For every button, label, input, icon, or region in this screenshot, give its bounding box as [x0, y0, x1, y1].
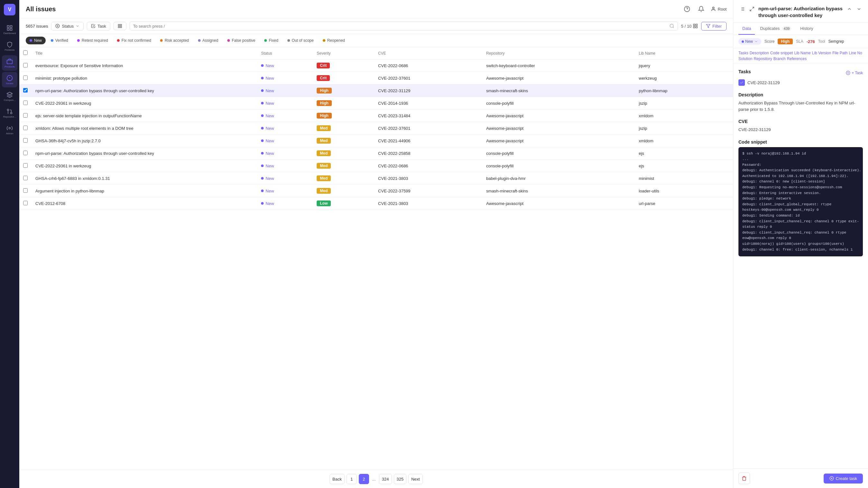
table-row[interactable]: minimist: prototype pollution New Crit C… — [19, 72, 733, 85]
main-content: All issues Root 5657 issues Status Task — [19, 0, 733, 488]
row-checkbox[interactable] — [23, 126, 28, 130]
user-name: Root — [718, 7, 726, 11]
delete-button[interactable] — [739, 473, 750, 484]
panel-list-icon[interactable] — [739, 5, 746, 13]
sidebar-item-issues[interactable]: Issues — [2, 72, 18, 87]
row-checkbox[interactable] — [23, 88, 28, 93]
table-row[interactable]: GHSA-crh6-fp67-6883 in xmldom:0.1.31 New… — [19, 172, 733, 185]
row-checkbox[interactable] — [23, 151, 28, 155]
row-checkbox[interactable] — [23, 188, 28, 193]
row-checkbox[interactable] — [23, 101, 28, 105]
tab-false-positive[interactable]: False positive — [223, 37, 259, 44]
page-325-button[interactable]: 325 — [394, 474, 407, 484]
panel-prev-button[interactable] — [845, 5, 853, 13]
link-repository[interactable]: Repository — [753, 57, 772, 61]
table-row[interactable]: xmldom: Allows multiple root elements in… — [19, 122, 733, 135]
link-line-no[interactable]: Line No — [849, 51, 862, 55]
page-324-button[interactable]: 324 — [379, 474, 392, 484]
sidebar-item-pentests[interactable]: Pentests — [2, 38, 18, 54]
next-button[interactable]: Next — [408, 474, 423, 484]
tab-verified[interactable]: Verified — [47, 37, 72, 44]
select-all-checkbox[interactable] — [23, 51, 28, 55]
tab-fix-not-confirmed[interactable]: Fix not confirmed — [113, 37, 155, 44]
search-input[interactable] — [133, 24, 667, 29]
sidebar-item-dashboard[interactable]: Dashboard — [2, 22, 18, 37]
row-checkbox[interactable] — [23, 163, 28, 168]
link-file-path[interactable]: File Path — [832, 51, 847, 55]
row-repository: console-polyfill — [482, 147, 635, 160]
row-lib-name: xmldom — [635, 109, 733, 122]
svg-marker-27 — [706, 24, 710, 28]
sidebar-item-repository[interactable]: Repositor... — [2, 105, 18, 121]
meta-status-chevron[interactable] — [754, 39, 758, 43]
status-filter-button[interactable]: Status — [51, 22, 84, 31]
svg-point-11 — [9, 127, 10, 129]
table-row[interactable]: Argument injection in python-libnmap New… — [19, 185, 733, 197]
user-menu[interactable]: Root — [711, 6, 726, 11]
table-row[interactable]: npm-url-parse: Authorization bypass thro… — [19, 85, 733, 97]
link-references[interactable]: References — [787, 57, 807, 61]
grid-view-icon[interactable] — [693, 24, 698, 29]
filter-button[interactable]: Filter — [701, 22, 726, 31]
sidebar-item-components[interactable]: Compon... — [2, 89, 18, 104]
sidebar-item-admin[interactable]: Admin — [2, 122, 18, 137]
tab-risk-accepted[interactable]: Risk accepted — [156, 37, 192, 44]
table-row[interactable]: CVE-2012-6708 New Low CVE-2021-3803 Awes… — [19, 197, 733, 210]
row-checkbox[interactable] — [23, 176, 28, 180]
link-description[interactable]: Description — [750, 51, 769, 55]
add-task-button[interactable]: + Task — [846, 71, 863, 75]
sidebar-item-products[interactable]: Products — [2, 55, 18, 71]
tab-reopened[interactable]: Reopened — [319, 37, 349, 44]
toolbar: 5657 issues Status Task 5 / 10 Filter — [19, 18, 733, 34]
sidebar-item-dashboard-label: Dashboard — [3, 32, 16, 35]
tab-duplicates[interactable]: Duplicates 439 — [756, 23, 795, 35]
tab-retest[interactable]: Retest required — [73, 37, 112, 44]
tab-data[interactable]: Data — [739, 23, 755, 35]
link-solution[interactable]: Solution — [739, 57, 752, 61]
tab-verified-label: Verified — [55, 38, 68, 43]
link-branch[interactable]: Branch — [774, 57, 786, 61]
create-task-button[interactable]: Create task — [824, 474, 863, 484]
table-row[interactable]: ejs: server-side template injection in o… — [19, 109, 733, 122]
panel-next-button[interactable] — [855, 5, 863, 13]
table-row[interactable]: eventsource: Exposure of Sensitive Infor… — [19, 59, 733, 72]
table-row[interactable]: CVE-2022-29361 in werkzeug New Med CVE-2… — [19, 160, 733, 172]
link-lib-name[interactable]: Lib Name — [794, 51, 810, 55]
table-row[interactable]: npm-url-parse: Authorization bypass thro… — [19, 147, 733, 160]
table-row[interactable]: GHSA-36fh-84j7-cv5h in jszip:2.7.0 New M… — [19, 135, 733, 147]
tab-fixed-dot — [264, 39, 267, 42]
tab-new[interactable]: New — [26, 37, 45, 44]
help-button[interactable] — [682, 4, 691, 13]
tab-out-of-scope-dot — [287, 39, 290, 42]
notification-button[interactable] — [696, 4, 706, 13]
link-lib-version[interactable]: Lib Version — [812, 51, 831, 55]
tab-false-positive-dot — [227, 39, 230, 42]
tab-out-of-scope-label: Out of scope — [292, 38, 314, 43]
svg-point-16 — [57, 25, 59, 27]
row-checkbox[interactable] — [23, 63, 28, 67]
column-toggle-button[interactable] — [114, 22, 126, 30]
row-title: CVE-2012-6708 — [31, 197, 257, 210]
page-title: All issues — [26, 5, 677, 13]
svg-rect-1 — [10, 25, 12, 27]
table-row[interactable]: CVE-2022-29361 in werkzeug New High CVE-… — [19, 97, 733, 109]
task-item[interactable]: CVE-2022-31129 — [739, 79, 863, 86]
link-code-snippet[interactable]: Code snippet — [770, 51, 793, 55]
page-1-button[interactable]: 1 — [346, 474, 357, 484]
back-button[interactable]: Back — [330, 474, 345, 484]
tab-history[interactable]: History — [796, 23, 817, 35]
row-checkbox[interactable] — [23, 201, 28, 205]
tab-fixed[interactable]: Fixed — [260, 37, 282, 44]
panel-expand-icon[interactable] — [748, 5, 756, 13]
row-status: New — [257, 172, 313, 185]
task-filter-button[interactable]: Task — [87, 22, 110, 31]
row-checkbox[interactable] — [23, 138, 28, 143]
row-checkbox[interactable] — [23, 75, 28, 80]
link-tasks[interactable]: Tasks — [739, 51, 748, 55]
page-2-button[interactable]: 2 — [359, 474, 369, 484]
row-checkbox[interactable] — [23, 113, 28, 118]
tab-assigned[interactable]: Assigned — [194, 37, 222, 44]
search-box[interactable] — [129, 22, 678, 31]
svg-rect-25 — [696, 26, 697, 28]
tab-out-of-scope[interactable]: Out of scope — [283, 37, 318, 44]
